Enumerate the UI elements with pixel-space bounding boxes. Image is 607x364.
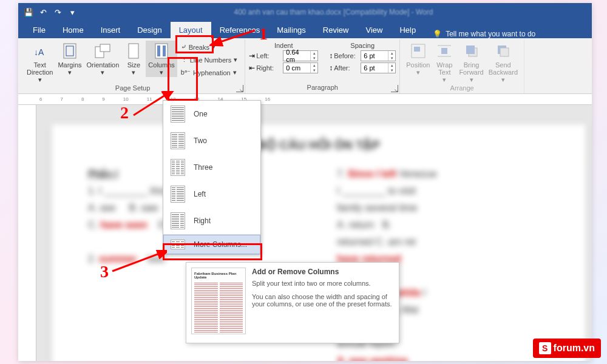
text-direction-icon: ↓A <box>31 42 49 60</box>
indent-right-icon: ⇤ <box>249 64 255 72</box>
tab-layout[interactable]: Layout <box>171 22 211 38</box>
tooltip: Fabrikam Business Plan Update Add or Rem… <box>186 262 399 343</box>
svg-rect-5 <box>129 44 138 58</box>
annotation-1: 1 <box>259 24 268 44</box>
svg-line-20 <box>112 253 161 271</box>
page-setup-launcher[interactable] <box>236 85 243 92</box>
paragraph-launcher[interactable] <box>391 85 398 92</box>
tab-help[interactable]: Help <box>391 22 424 38</box>
indent-left-input[interactable]: 0.64 cm▴▾ <box>283 50 318 61</box>
columns-right[interactable]: Right <box>163 207 260 234</box>
horizontal-ruler[interactable]: 678910111213141516 <box>18 94 592 105</box>
vertical-ruler[interactable] <box>18 105 36 361</box>
tell-me-search[interactable]: 💡 Tell me what you want to do <box>433 30 535 38</box>
watermark-logo: S forum.vn <box>533 339 601 358</box>
tab-file[interactable]: File <box>24 22 54 38</box>
columns-three[interactable]: Three <box>163 154 260 181</box>
more-columns[interactable]: More Columns... <box>163 235 260 254</box>
svg-rect-8 <box>163 46 166 56</box>
orientation-icon <box>93 42 112 60</box>
size-button[interactable]: Size▾ <box>121 41 146 77</box>
svg-text:↓A: ↓A <box>34 47 44 57</box>
columns-dropdown: One Two Three Left Right More Columns... <box>163 100 261 255</box>
tooltip-p2: You can also choose the width and spacin… <box>252 293 394 308</box>
window-title: 400 anh van cau tham khao.docx [Compatib… <box>79 8 588 16</box>
spacing-before-icon: ↕ <box>329 52 333 60</box>
tab-home[interactable]: Home <box>54 22 92 38</box>
columns-icon <box>152 42 171 60</box>
svg-rect-17 <box>500 48 509 56</box>
paragraph-label: Paragraph <box>249 84 396 92</box>
send-backward-button: Send Backward▾ <box>486 41 520 84</box>
svg-line-19 <box>134 94 167 115</box>
tab-review[interactable]: Review <box>314 22 358 38</box>
save-button[interactable]: 💾 <box>22 5 35 19</box>
annotation-2: 2 <box>120 103 129 123</box>
tab-view[interactable]: View <box>357 22 391 38</box>
svg-rect-11 <box>441 48 447 54</box>
group-paragraph: Indent ⇥ Left: 0.64 cm▴▾ ⇤ Right: 0 cm▴▾… <box>245 39 400 93</box>
line-numbers-button[interactable]: ⋮Line Numbers ▾ <box>178 55 240 65</box>
svg-line-18 <box>219 30 255 42</box>
redo-button[interactable]: ↷ <box>51 5 64 19</box>
ribbon: ↓A Text Direction▾ Margins▾ Orientation▾ <box>18 38 592 94</box>
orientation-button[interactable]: Orientation▾ <box>84 41 122 77</box>
spacing-after-input[interactable]: 6 pt▴▾ <box>361 62 396 73</box>
spacing-before-input[interactable]: 6 pt▴▾ <box>361 50 396 61</box>
spacing-after-icon: ↕ <box>329 64 333 72</box>
svg-rect-2 <box>66 46 73 56</box>
tell-me-label: Tell me what you want to do <box>446 30 535 38</box>
wrap-text-button: Wrap Text▾ <box>432 41 456 84</box>
columns-button[interactable]: Columns▾ <box>146 41 177 77</box>
text-direction-button[interactable]: ↓A Text Direction▾ <box>24 41 55 84</box>
columns-one[interactable]: One <box>163 101 260 127</box>
bring-forward-icon <box>463 42 481 60</box>
arrow-3 <box>109 250 167 277</box>
columns-two[interactable]: Two <box>163 127 260 154</box>
wrap-text-icon <box>435 42 453 60</box>
svg-rect-10 <box>414 47 420 52</box>
indent-right-input[interactable]: 0 cm▴▾ <box>283 62 318 73</box>
bring-forward-button: Bring Forward▾ <box>456 41 486 84</box>
group-arrange: Position▾ Wrap Text▾ Bring Forward▾ Send… <box>400 39 524 93</box>
ribbon-tabs: File Home Insert Design Layout Reference… <box>18 21 592 38</box>
arrange-label: Arrange <box>404 84 520 93</box>
columns-left[interactable]: Left <box>163 181 260 207</box>
tooltip-p1: Split your text into two or more columns… <box>252 280 394 287</box>
position-button: Position▾ <box>404 41 432 77</box>
tab-insert[interactable]: Insert <box>92 22 129 38</box>
undo-button[interactable]: ↶ <box>36 5 50 19</box>
bulb-icon: 💡 <box>433 30 442 38</box>
position-icon <box>409 42 427 60</box>
tooltip-image: Fabrikam Business Plan Update <box>191 268 246 334</box>
annotation-3: 3 <box>100 262 109 281</box>
tooltip-title: Add or Remove Columns <box>252 268 394 276</box>
indent-left-icon: ⇥ <box>249 52 255 60</box>
svg-rect-7 <box>157 46 160 56</box>
qat-dropdown[interactable]: ▾ <box>66 5 79 19</box>
margins-icon <box>61 42 79 60</box>
tab-mailings[interactable]: Mailings <box>268 22 314 38</box>
size-icon <box>124 42 143 60</box>
svg-rect-4 <box>100 44 110 52</box>
svg-rect-15 <box>466 46 475 54</box>
hyphenation-button[interactable]: bᵃ⁻Hyphenation ▾ <box>178 67 240 78</box>
quick-access-toolbar: 💾 ↶ ↷ ▾ <box>22 5 79 19</box>
send-backward-icon <box>494 42 512 60</box>
titlebar: 💾 ↶ ↷ ▾ 400 anh van cau tham khao.docx [… <box>18 3 592 21</box>
arrow-2 <box>127 91 176 121</box>
tab-design[interactable]: Design <box>129 22 170 38</box>
margins-button[interactable]: Margins▾ <box>55 41 84 77</box>
arrow-1 <box>209 24 261 49</box>
